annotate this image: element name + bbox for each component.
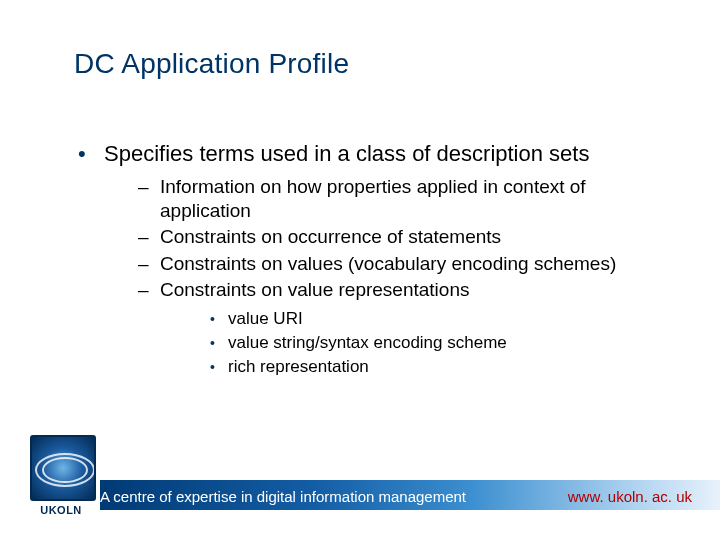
logo: UKOLN bbox=[30, 435, 92, 516]
bullet-l3: rich representation bbox=[206, 356, 660, 378]
logo-icon bbox=[30, 435, 96, 501]
bullet-l2: Constraints on occurrence of statements bbox=[134, 225, 660, 249]
bullet-l2: Information on how properties applied in… bbox=[134, 175, 660, 224]
footer-url: www. ukoln. ac. uk bbox=[568, 488, 692, 505]
footer-tagline: A centre of expertise in digital informa… bbox=[100, 488, 466, 505]
slide-title: DC Application Profile bbox=[74, 48, 349, 80]
bullet-l3: value string/syntax encoding scheme bbox=[206, 332, 660, 354]
logo-label: UKOLN bbox=[30, 504, 92, 516]
slide: { "title": "DC Application Profile", "bu… bbox=[0, 0, 720, 540]
bullet-l3: value URI bbox=[206, 308, 660, 330]
bullet-l2: Constraints on values (vocabulary encodi… bbox=[134, 252, 660, 276]
slide-body: Specifies terms used in a class of descr… bbox=[74, 140, 660, 378]
bullet-l2: Constraints on value representations val… bbox=[134, 278, 660, 379]
bullet-l2-text: Constraints on value representations bbox=[160, 279, 469, 300]
bullet-l1: Specifies terms used in a class of descr… bbox=[74, 140, 660, 378]
bullet-l1-text: Specifies terms used in a class of descr… bbox=[104, 141, 589, 166]
